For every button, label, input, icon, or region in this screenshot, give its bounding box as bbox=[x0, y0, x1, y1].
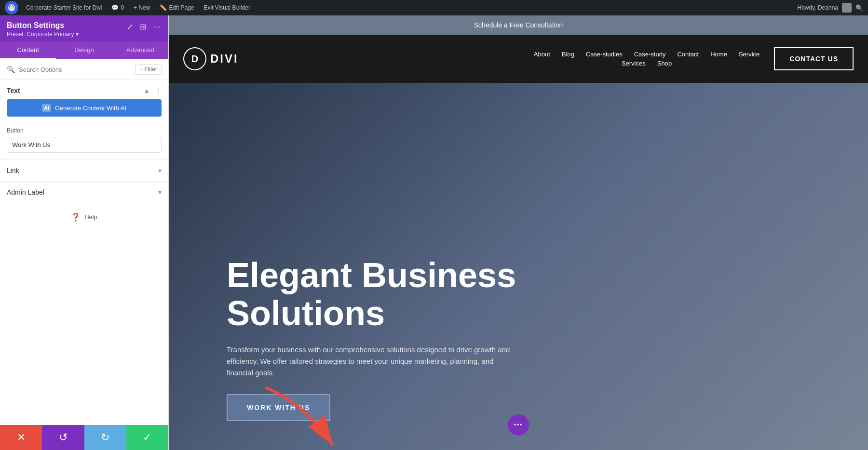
nav-link-case-studies[interactable]: Case-studies bbox=[586, 51, 623, 58]
save-button[interactable]: ✓ bbox=[126, 425, 168, 450]
link-chevron-icon: ▾ bbox=[158, 167, 162, 174]
dots-icon: ••• bbox=[514, 422, 523, 428]
nav-link-contact[interactable]: Contact bbox=[677, 51, 699, 58]
split-view-icon[interactable]: ⊞ bbox=[139, 21, 147, 32]
hero-section: Elegant Business Solutions Transform you… bbox=[169, 83, 868, 450]
exit-visual-builder-link[interactable]: Exit Visual Builder bbox=[200, 0, 254, 15]
link-section-title: Link bbox=[7, 167, 19, 174]
search-icon: 🔍 bbox=[7, 66, 15, 73]
nav-row-primary: About Blog Case-studies Case-study Conta… bbox=[534, 51, 760, 58]
admin-label-section-header[interactable]: Admin Label ▾ bbox=[0, 182, 168, 203]
wp-logo-icon[interactable] bbox=[5, 1, 18, 14]
help-label[interactable]: Help bbox=[84, 213, 97, 221]
collapse-icon[interactable]: ▲ bbox=[143, 87, 150, 94]
nav-link-services[interactable]: Services bbox=[622, 60, 646, 67]
drag-icon[interactable]: ⋮ bbox=[155, 87, 162, 94]
admin-label-title: Admin Label bbox=[7, 188, 44, 196]
comments-link[interactable]: 💬 0 bbox=[108, 0, 128, 15]
site-navigation: D DIVI About Blog Case-studies Case-stud… bbox=[169, 35, 868, 83]
panel-preset[interactable]: Preset: Corporate Primary ▾ bbox=[7, 31, 79, 38]
wp-admin-bar: Corporate Starter Site for Divi 💬 0 + Ne… bbox=[0, 0, 868, 15]
tab-design[interactable]: Design bbox=[56, 41, 112, 59]
panel-header: Button Settings Preset: Corporate Primar… bbox=[0, 15, 168, 41]
text-section-header: Text ▲ ⋮ bbox=[0, 80, 168, 99]
ai-badge: AI bbox=[42, 104, 51, 112]
help-icon: ❓ bbox=[71, 212, 81, 222]
nav-link-case-study[interactable]: Case-study bbox=[634, 51, 666, 58]
site-banner: Schedule a Free Consultation bbox=[169, 15, 868, 35]
search-row: 🔍 + Filter bbox=[0, 59, 168, 80]
nav-link-blog[interactable]: Blog bbox=[562, 51, 574, 58]
site-logo[interactable]: D DIVI bbox=[183, 47, 239, 70]
more-options-icon[interactable]: ⋯ bbox=[152, 21, 162, 32]
help-section: ❓ Help bbox=[0, 203, 168, 231]
filter-button[interactable]: + Filter bbox=[135, 64, 162, 75]
howdy-label: Howdy, Deanna bbox=[798, 4, 839, 11]
logo-circle: D bbox=[183, 47, 206, 70]
admin-label-chevron-icon: ▾ bbox=[158, 188, 162, 196]
floating-dots-button[interactable]: ••• bbox=[508, 414, 529, 436]
nav-link-service[interactable]: Service bbox=[739, 51, 760, 58]
panel-tabs: Content Design Advanced bbox=[0, 41, 168, 59]
cancel-button[interactable]: ✕ bbox=[0, 425, 42, 450]
fullscreen-icon[interactable]: ⤢ bbox=[126, 21, 134, 32]
tab-advanced[interactable]: Advanced bbox=[112, 41, 168, 59]
new-content-button[interactable]: + New bbox=[130, 0, 154, 15]
website-preview: Schedule a Free Consultation D DIVI Abou… bbox=[169, 15, 868, 450]
button-settings-panel: Button Settings Preset: Corporate Primar… bbox=[0, 15, 169, 450]
link-section-header[interactable]: Link ▾ bbox=[0, 160, 168, 181]
logo-letter: D bbox=[191, 53, 198, 65]
search-icon[interactable]: 🔍 bbox=[855, 4, 863, 12]
button-field-label: Button bbox=[7, 127, 162, 134]
panel-content: Text ▲ ⋮ AI Generate Content With AI But… bbox=[0, 80, 168, 425]
nav-links-group: About Blog Case-studies Case-study Conta… bbox=[534, 51, 760, 67]
work-with-us-button[interactable]: WORK WITH US bbox=[227, 394, 330, 421]
search-options-input[interactable] bbox=[19, 66, 131, 73]
text-section-title: Text bbox=[7, 87, 20, 94]
nav-link-home[interactable]: Home bbox=[710, 51, 727, 58]
edit-page-link[interactable]: ✏️ Edit Page bbox=[156, 0, 198, 15]
contact-us-button[interactable]: CONTACT US bbox=[774, 47, 854, 70]
redo-button[interactable]: ↻ bbox=[84, 425, 126, 450]
generate-content-ai-button[interactable]: AI Generate Content With AI bbox=[7, 99, 162, 117]
hero-subtitle: Transform your business with our compreh… bbox=[227, 344, 516, 379]
admin-label-section: Admin Label ▾ bbox=[0, 181, 168, 203]
undo-button[interactable]: ↺ bbox=[42, 425, 84, 450]
nav-link-shop[interactable]: Shop bbox=[657, 60, 672, 67]
hero-title: Elegant Business Solutions bbox=[227, 256, 516, 332]
nav-row-secondary: Services Shop bbox=[622, 60, 672, 67]
site-name-link[interactable]: Corporate Starter Site for Divi bbox=[22, 0, 106, 15]
panel-title: Button Settings bbox=[7, 21, 79, 30]
button-text-field-group: Button bbox=[0, 123, 168, 159]
bottom-action-bar: ✕ ↺ ↻ ✓ bbox=[0, 425, 168, 450]
hero-content: Elegant Business Solutions Transform you… bbox=[227, 256, 516, 421]
chevron-down-icon: ▾ bbox=[76, 31, 79, 38]
nav-link-about[interactable]: About bbox=[534, 51, 550, 58]
tab-content[interactable]: Content bbox=[0, 41, 56, 59]
link-section: Link ▾ bbox=[0, 159, 168, 181]
button-text-input[interactable] bbox=[7, 137, 162, 153]
user-avatar[interactable] bbox=[842, 3, 852, 13]
logo-text: DIVI bbox=[210, 52, 239, 66]
